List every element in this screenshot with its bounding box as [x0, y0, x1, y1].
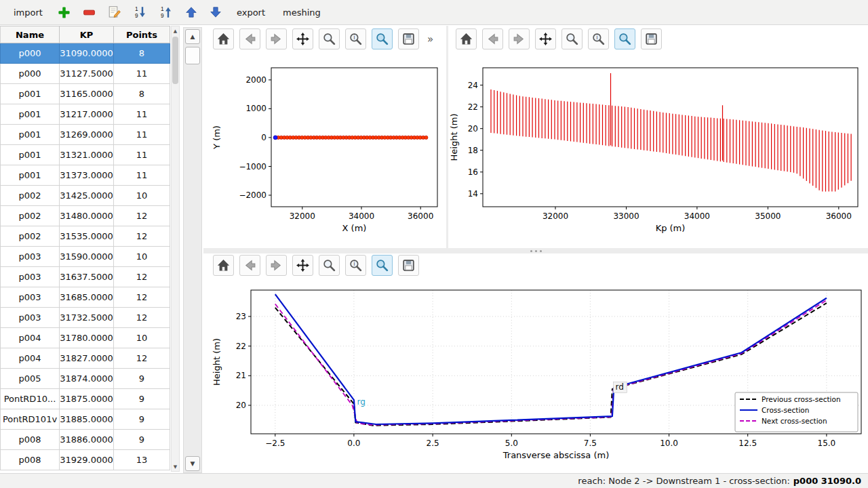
zoom-rect-button[interactable] — [372, 28, 393, 49]
zoom-button[interactable] — [319, 28, 340, 49]
table-row[interactable]: p00131269.000011 — [0, 125, 170, 145]
pan-icon — [296, 258, 310, 272]
row-name: PontRD101v — [0, 409, 60, 430]
scroll-up-icon[interactable]: ▲ — [172, 26, 179, 35]
back-button[interactable] — [482, 28, 503, 49]
svg-text:33000: 33000 — [613, 211, 639, 221]
splitter-handle-dot — [530, 250, 532, 252]
table-row[interactable]: PontRD10...31875.00009 — [0, 389, 170, 409]
sort-ascending-button[interactable]: 19 — [158, 4, 174, 20]
pan-icon — [538, 32, 553, 46]
scrollbar-thumb[interactable] — [185, 47, 200, 64]
row-name: p001 — [0, 84, 60, 104]
zoom-button[interactable] — [561, 28, 583, 49]
remove-section-button[interactable] — [81, 5, 97, 20]
table-row[interactable]: p00131373.000011 — [0, 165, 170, 186]
zoom-button[interactable] — [319, 255, 340, 276]
export-button[interactable]: export — [233, 5, 269, 20]
meshing-button[interactable]: meshing — [279, 5, 325, 20]
zoom-icon — [322, 258, 336, 272]
table-scrollbar[interactable]: ▲ ▼ — [171, 26, 180, 472]
move-down-button[interactable] — [208, 5, 223, 20]
add-section-button[interactable] — [56, 5, 72, 20]
move-up-button[interactable] — [184, 5, 199, 20]
horizontal-splitter[interactable] — [203, 248, 868, 253]
column-header-kp[interactable]: KP — [60, 26, 114, 43]
column-header-name[interactable]: Name — [0, 26, 60, 43]
table-row[interactable]: p00431780.000010 — [0, 328, 170, 348]
edit-icon — [108, 5, 121, 19]
table-row[interactable]: p00531874.00009 — [0, 369, 170, 389]
edit-section-button[interactable] — [106, 4, 123, 20]
svg-text:2000: 2000 — [245, 75, 267, 85]
zoom-mark-button[interactable]: i — [345, 28, 366, 49]
svg-text:X (m): X (m) — [342, 223, 367, 233]
panel-scrollbar[interactable]: ▲ ▼ — [183, 27, 202, 473]
row-points: 12 — [114, 267, 170, 287]
table-row[interactable]: p00831929.000013 — [0, 450, 170, 470]
table-row[interactable]: p00131321.000011 — [0, 145, 170, 165]
row-points: 11 — [114, 125, 170, 145]
table-row[interactable]: p00131165.00008 — [0, 84, 170, 104]
table-row[interactable]: p00231425.000010 — [0, 186, 170, 206]
save-icon — [401, 258, 416, 272]
back-button[interactable] — [239, 255, 260, 276]
longitudinal-profile-chart[interactable]: 3200033000340003500036000141618202224Kp … — [448, 54, 867, 247]
table-row[interactable]: p00031090.00008 — [0, 43, 170, 64]
table-row[interactable]: p00331685.000012 — [0, 287, 170, 308]
column-header-points[interactable]: Points — [114, 26, 170, 43]
pan-button[interactable] — [292, 255, 313, 276]
svg-text:12.5: 12.5 — [738, 439, 757, 448]
vertical-splitter[interactable] — [446, 26, 448, 248]
save-button[interactable] — [641, 28, 662, 49]
table-row[interactable]: p00231535.000012 — [0, 226, 170, 247]
table-row[interactable]: p00831886.00009 — [0, 430, 170, 450]
save-button[interactable] — [398, 28, 419, 49]
zoom-mark-button[interactable]: i — [588, 28, 609, 49]
forward-button[interactable] — [266, 28, 287, 49]
table-row[interactable]: p00431827.000012 — [0, 348, 170, 369]
row-kp: 31874.0000 — [60, 369, 114, 389]
scroll-up-icon[interactable]: ▲ — [185, 29, 200, 44]
scroll-down-icon[interactable]: ▼ — [172, 462, 179, 471]
table-row[interactable]: p00331637.500012 — [0, 267, 170, 287]
table-row[interactable]: p00231480.000012 — [0, 206, 170, 226]
table-row[interactable]: p00031127.500011 — [0, 64, 170, 84]
up-arrow-icon — [185, 6, 197, 18]
row-points: 8 — [114, 43, 170, 64]
home-button[interactable] — [213, 28, 234, 49]
toolbar-overflow-chevron[interactable]: » — [427, 33, 433, 45]
forward-button[interactable] — [266, 255, 287, 276]
row-name: p002 — [0, 226, 60, 247]
row-points: 10 — [114, 328, 170, 348]
zoom-rect-button[interactable] — [614, 28, 635, 49]
zoom-icon — [565, 32, 579, 46]
svg-text:34000: 34000 — [349, 211, 374, 221]
save-button[interactable] — [398, 255, 419, 276]
row-name: p008 — [0, 430, 60, 450]
svg-text:−1000: −1000 — [239, 162, 267, 171]
cross-section-chart[interactable]: −2.50.02.55.07.510.012.515.020212223Tran… — [203, 278, 867, 473]
home-button[interactable] — [456, 28, 477, 49]
splitter-handle-dot — [535, 250, 537, 252]
row-kp: 31875.0000 — [60, 389, 114, 409]
zoom-mark-button[interactable]: i — [345, 255, 366, 276]
table-row[interactable]: p00331732.500012 — [0, 308, 170, 328]
row-kp: 31373.0000 — [60, 165, 114, 186]
row-points: 9 — [114, 369, 170, 389]
plan-view-chart[interactable]: 320003400036000−2000−1000010002000X (m)Y… — [203, 54, 448, 247]
sort-descending-button[interactable]: 19 — [132, 4, 149, 20]
pan-button[interactable] — [535, 28, 556, 49]
table-row[interactable]: PontRD101v31885.00009 — [0, 409, 170, 430]
scrollbar-thumb[interactable] — [172, 37, 178, 84]
home-button[interactable] — [213, 255, 234, 276]
import-button[interactable]: import — [9, 5, 47, 20]
scroll-down-icon[interactable]: ▼ — [185, 456, 200, 471]
zoom-rect-button[interactable] — [372, 255, 393, 276]
table-row[interactable]: p00331590.000010 — [0, 247, 170, 267]
back-button[interactable] — [239, 28, 260, 49]
forward-button[interactable] — [509, 28, 530, 49]
table-row[interactable]: p00131217.000011 — [0, 104, 170, 125]
pan-button[interactable] — [292, 28, 313, 49]
row-points: 11 — [114, 165, 170, 186]
